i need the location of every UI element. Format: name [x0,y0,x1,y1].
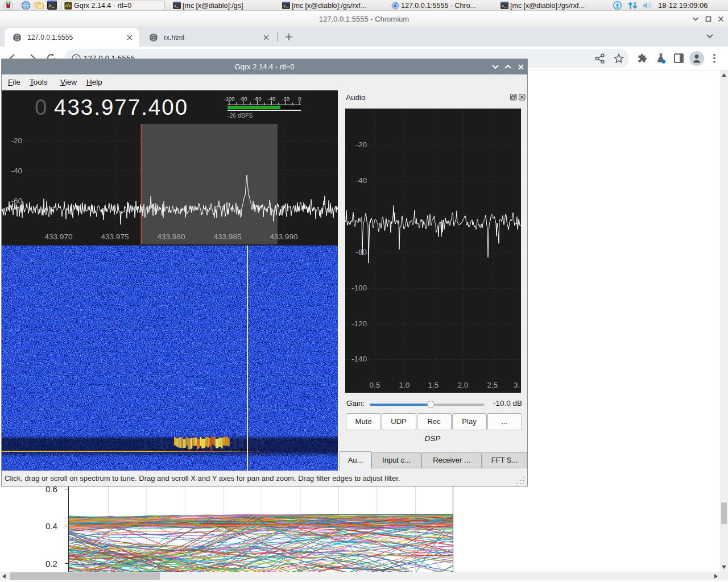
svg-text:>_: >_ [174,4,179,9]
svg-text:>_: >_ [283,4,288,9]
svg-text:>_: >_ [49,3,55,9]
svg-text:>_: >_ [502,4,507,9]
